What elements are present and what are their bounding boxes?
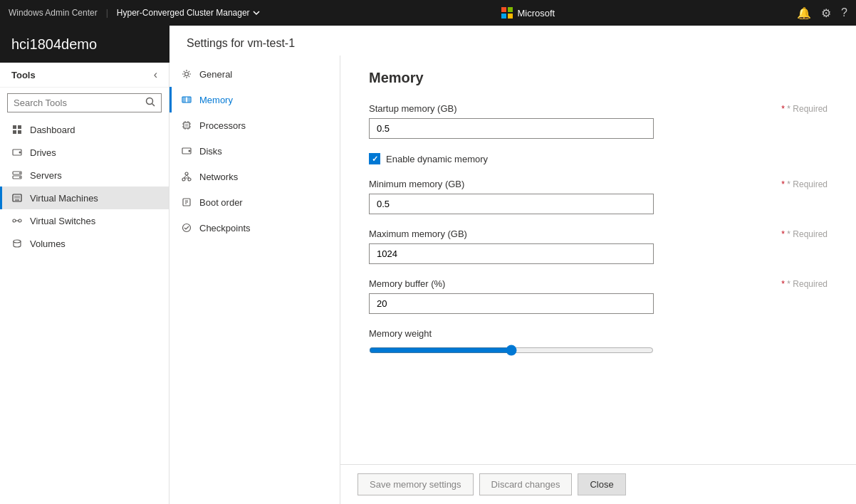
svg-point-36 [189, 150, 191, 152]
checkpoints-icon [181, 222, 192, 233]
settings-nav-label: Boot order [199, 197, 243, 208]
sidebar-item-virtual-switches[interactable]: Virtual Switches [0, 209, 169, 232]
general-icon [181, 68, 192, 80]
buffer-label: Memory buffer (%) [369, 278, 445, 289]
save-memory-settings-button[interactable]: Save memory settings [357, 473, 474, 495]
app-title: hci1804demo [0, 26, 169, 63]
svg-line-1 [152, 104, 155, 107]
microsoft-logo [501, 7, 513, 19]
notification-icon[interactable]: 🔔 [797, 6, 811, 20]
sidebar-item-virtual-machines[interactable]: Virtual Machines [0, 187, 169, 209]
svg-point-11 [19, 177, 21, 178]
servers-icon [11, 169, 23, 181]
settings-nav-disks[interactable]: Disks [169, 138, 340, 164]
sidebar-item-label: Virtual Machines [30, 193, 98, 204]
help-icon[interactable]: ? [841, 6, 847, 19]
svg-point-16 [19, 219, 21, 222]
max-memory-required: * * Required [781, 229, 828, 239]
chevron-down-icon [253, 9, 260, 16]
min-memory-input[interactable] [369, 194, 654, 214]
volumes-icon [11, 238, 23, 249]
memory-weight-slider[interactable] [369, 345, 654, 356]
close-button[interactable]: Close [578, 473, 625, 495]
buffer-input[interactable] [369, 293, 654, 314]
search-box [0, 88, 169, 118]
processors-icon [181, 120, 192, 131]
buffer-required: * * Required [781, 279, 828, 289]
svg-point-18 [14, 240, 21, 243]
svg-point-39 [188, 178, 191, 181]
search-input[interactable] [14, 98, 141, 108]
search-button[interactable] [145, 97, 155, 109]
sidebar-item-volumes[interactable]: Volumes [0, 232, 169, 255]
settings-nav-memory[interactable]: Memory [169, 87, 340, 112]
min-memory-required: * * Required [781, 179, 828, 189]
enable-dynamic-checkbox[interactable]: ✓ [369, 153, 380, 164]
sidebar-item-drives[interactable]: Drives [0, 141, 169, 164]
settings-nav-label: Disks [199, 146, 222, 157]
max-memory-input[interactable] [369, 243, 654, 264]
min-memory-group: Minimum memory (GB) * * Required [369, 179, 828, 214]
svg-rect-3 [18, 125, 21, 129]
sidebar-item-label: Dashboard [30, 125, 75, 135]
disks-icon [181, 145, 192, 157]
settings-nav-checkpoints[interactable]: Checkpoints [169, 215, 340, 241]
section-title: Memory [369, 70, 828, 86]
svg-point-38 [182, 178, 185, 181]
svg-rect-26 [185, 124, 188, 127]
svg-rect-13 [14, 196, 20, 199]
svg-rect-2 [13, 125, 16, 129]
tools-label: Tools [11, 70, 36, 80]
sidebar-item-dashboard[interactable]: Dashboard [0, 118, 169, 141]
virtual-machines-icon [11, 192, 23, 204]
sidebar-item-label: Servers [30, 170, 62, 181]
topbar-brand: Microsoft [517, 8, 555, 19]
settings-nav-processors[interactable]: Processors [169, 112, 340, 138]
startup-memory-group: Startup memory (GB) * * Required [369, 103, 828, 139]
sidebar-item-label: Drives [30, 147, 56, 158]
sidebar-item-servers[interactable]: Servers [0, 164, 169, 187]
settings-nav-networks[interactable]: Networks [169, 164, 340, 189]
settings-nav-label: General [199, 69, 232, 80]
settings-nav-general[interactable]: General [169, 61, 340, 87]
discard-changes-button[interactable]: Discard changes [479, 473, 573, 495]
startup-memory-label: Startup memory (GB) [369, 103, 457, 114]
settings-content: Memory Startup memory (GB) * * Required [340, 56, 856, 464]
settings-nav-label: Networks [199, 172, 238, 182]
enable-dynamic-label[interactable]: Enable dynamic memory [386, 154, 488, 164]
settings-sidebar: General Memory Processors [169, 56, 340, 504]
page-title: Settings for vm-test-1 [169, 26, 856, 56]
checkmark-icon: ✓ [372, 154, 378, 164]
settings-nav-boot-order[interactable]: Boot order [169, 189, 340, 215]
svg-line-41 [187, 175, 189, 178]
sidebar-tools-header: Tools ‹ [0, 63, 169, 88]
svg-point-37 [185, 172, 188, 175]
settings-icon[interactable]: ⚙ [821, 6, 831, 20]
dashboard-icon [11, 124, 23, 135]
memory-weight-group: Memory weight [369, 328, 828, 358]
topbar-cluster-name[interactable]: Hyper-Converged Cluster Manager [117, 8, 260, 18]
networks-icon [181, 171, 192, 182]
search-icon [145, 97, 155, 107]
svg-rect-4 [13, 130, 16, 134]
svg-point-7 [19, 152, 21, 154]
settings-main: Memory Startup memory (GB) * * Required [340, 56, 856, 504]
startup-memory-required: * * Required [781, 104, 828, 114]
memory-buffer-group: Memory buffer (%) * * Required [369, 278, 828, 314]
nav-items: Dashboard Drives Servers [0, 118, 169, 504]
svg-point-19 [185, 73, 189, 76]
svg-rect-5 [18, 130, 21, 134]
min-memory-label: Minimum memory (GB) [369, 179, 464, 189]
topbar: Windows Admin Center | Hyper-Converged C… [0, 0, 856, 26]
boot-order-icon [181, 196, 192, 208]
enable-dynamic-memory-group: ✓ Enable dynamic memory [369, 153, 828, 164]
virtual-switches-icon [11, 215, 23, 226]
drives-icon [11, 147, 23, 158]
settings-footer: Save memory settings Discard changes Clo… [340, 464, 856, 504]
svg-point-47 [183, 224, 191, 232]
max-memory-group: Maximum memory (GB) * * Required [369, 229, 828, 264]
startup-memory-input[interactable] [369, 118, 654, 139]
topbar-app-name: Windows Admin Center [9, 8, 98, 18]
settings-nav-label: Memory [199, 95, 233, 105]
collapse-sidebar-button[interactable]: ‹ [154, 68, 157, 81]
